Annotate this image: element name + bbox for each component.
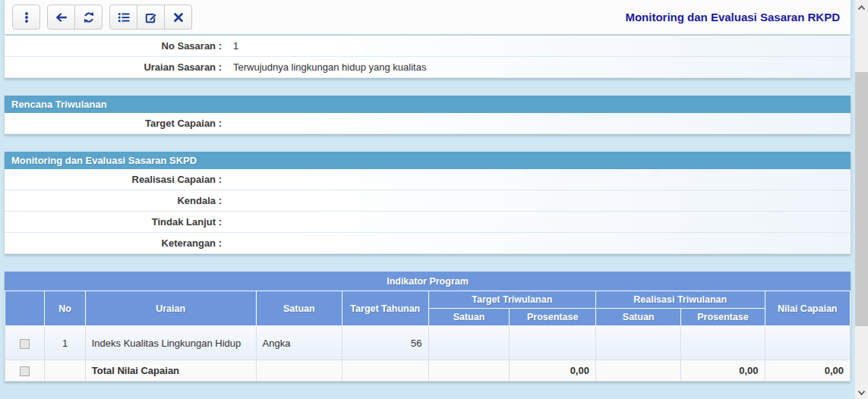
keterangan-label: Keterangan : bbox=[5, 237, 229, 249]
monev-skpd-header: Monitoring dan Evaluasi Sasaran SKPD bbox=[5, 152, 851, 169]
col-target-tahunan: Target Tahunan bbox=[342, 291, 429, 326]
monev-skpd-panel: Monitoring dan Evaluasi Sasaran SKPD Rea… bbox=[5, 152, 851, 254]
list-icon bbox=[118, 11, 130, 24]
target-capaian-label: Target Capaian : bbox=[5, 118, 229, 129]
total-label: Total Nilai Capaian bbox=[85, 360, 256, 382]
tindak-lanjut-row: Tindak Lanjut : bbox=[5, 212, 851, 233]
col-satuan: Satuan bbox=[256, 291, 342, 326]
no-sasaran-label: No Sasaran : bbox=[5, 40, 229, 52]
cell-uraian: Indeks Kualitas Lingkungan Hidup bbox=[85, 326, 256, 360]
total-nilai-capaian: 0,00 bbox=[765, 360, 850, 382]
rencana-triwulanan-header: Rencana Triwulanan bbox=[5, 96, 851, 113]
edit-icon bbox=[145, 11, 157, 24]
toolbar: Monitoring dan Evaluasi Sasaran RKPD bbox=[5, 0, 851, 34]
cell-rt-prosentase bbox=[681, 326, 765, 360]
scrollbar-thumb[interactable] bbox=[855, 72, 868, 326]
cell-satuan: Angka bbox=[256, 326, 342, 360]
realisasi-capaian-row: Realisasi Capaian : bbox=[5, 169, 851, 190]
uraian-sasaran-label: Uraian Sasaran : bbox=[5, 61, 229, 73]
refresh-icon bbox=[83, 11, 95, 24]
back-arrow-icon bbox=[55, 11, 68, 24]
refresh-button[interactable] bbox=[74, 5, 103, 30]
total-cell-satuan bbox=[256, 360, 342, 382]
col-target-triwulanan: Target Triwulanan bbox=[428, 291, 595, 309]
total-cell-target-tahunan bbox=[342, 360, 429, 382]
table-header-row-1: No Uraian Satuan Target Tahunan Target T… bbox=[5, 291, 851, 309]
col-nilai-capaian: Nilai Capaian bbox=[765, 291, 850, 326]
scroll-up-button[interactable] bbox=[855, 0, 868, 14]
total-rt-prosentase: 0,00 bbox=[681, 360, 765, 382]
toolbar-group-nav bbox=[47, 5, 103, 30]
cell-nilai-capaian bbox=[765, 326, 850, 360]
no-sasaran-row: No Sasaran : 1 bbox=[5, 36, 851, 57]
total-rt-satuan bbox=[595, 360, 680, 382]
col-checkbox-header bbox=[5, 291, 45, 326]
menu-dots-icon bbox=[21, 11, 33, 24]
col-realisasi-triwulanan: Realisasi Triwulanan bbox=[595, 291, 765, 309]
chevron-up-icon bbox=[857, 2, 866, 13]
uraian-sasaran-value: Terwujudnya lingkungan hidup yang kualit… bbox=[229, 61, 426, 73]
col-tt-satuan: Satuan bbox=[428, 309, 510, 326]
rencana-triwulanan-panel: Rencana Triwulanan Target Capaian : bbox=[5, 96, 851, 134]
cell-tt-prosentase bbox=[510, 326, 596, 360]
total-row-checkbox[interactable] bbox=[20, 366, 30, 376]
indikator-program-table: Indikator Program No Uraian Satuan Targe… bbox=[5, 272, 851, 382]
cell-target-tahunan: 56 bbox=[342, 326, 429, 360]
vertical-scrollbar[interactable] bbox=[855, 0, 868, 399]
col-rt-prosentase: Prosentase bbox=[681, 309, 765, 326]
cell-tt-satuan bbox=[428, 326, 510, 360]
sasaran-panel: No Sasaran : 1 Uraian Sasaran : Terwujud… bbox=[5, 36, 851, 78]
list-button[interactable] bbox=[109, 5, 137, 30]
kendala-row: Kendala : bbox=[5, 190, 851, 212]
total-tt-satuan bbox=[428, 360, 510, 382]
close-button[interactable] bbox=[164, 5, 192, 30]
toolbar-group-menu bbox=[12, 5, 40, 30]
col-no: No bbox=[45, 291, 85, 326]
target-capaian-row: Target Capaian : bbox=[5, 113, 851, 134]
uraian-sasaran-row: Uraian Sasaran : Terwujudnya lingkungan … bbox=[5, 57, 851, 78]
keterangan-row: Keterangan : bbox=[5, 233, 851, 254]
no-sasaran-value: 1 bbox=[229, 40, 238, 52]
toolbar-group-actions bbox=[109, 5, 192, 30]
col-uraian: Uraian bbox=[85, 291, 256, 326]
total-cell-no bbox=[45, 360, 85, 382]
total-row: Total Nilai Capaian 0,00 0,00 0,00 bbox=[5, 360, 851, 382]
back-button[interactable] bbox=[47, 5, 75, 30]
col-rt-satuan: Satuan bbox=[595, 309, 680, 326]
cell-rt-satuan bbox=[595, 326, 680, 360]
chevron-down-icon bbox=[857, 387, 866, 398]
scroll-down-button[interactable] bbox=[855, 385, 868, 399]
close-icon bbox=[173, 12, 184, 23]
table-title: Indikator Program bbox=[5, 272, 851, 291]
col-tt-prosentase: Prosentase bbox=[510, 309, 596, 326]
table-title-row: Indikator Program bbox=[5, 272, 851, 291]
cell-no: 1 bbox=[45, 326, 85, 360]
row-checkbox[interactable] bbox=[20, 339, 30, 349]
page: { "toolbar": { "title": "Monitoring dan … bbox=[0, 0, 868, 399]
main-content: Monitoring dan Evaluasi Sasaran RKPD No … bbox=[5, 0, 851, 382]
edit-button[interactable] bbox=[137, 5, 165, 30]
table-row: 1 Indeks Kualitas Lingkungan Hidup Angka… bbox=[5, 326, 851, 360]
tindak-lanjut-label: Tindak Lanjut : bbox=[5, 216, 229, 228]
kendala-label: Kendala : bbox=[5, 195, 229, 206]
total-tt-prosentase: 0,00 bbox=[510, 360, 596, 382]
menu-button[interactable] bbox=[12, 5, 40, 30]
realisasi-capaian-label: Realisasi Capaian : bbox=[5, 174, 229, 185]
page-title: Monitoring dan Evaluasi Sasaran RKPD bbox=[625, 11, 843, 24]
